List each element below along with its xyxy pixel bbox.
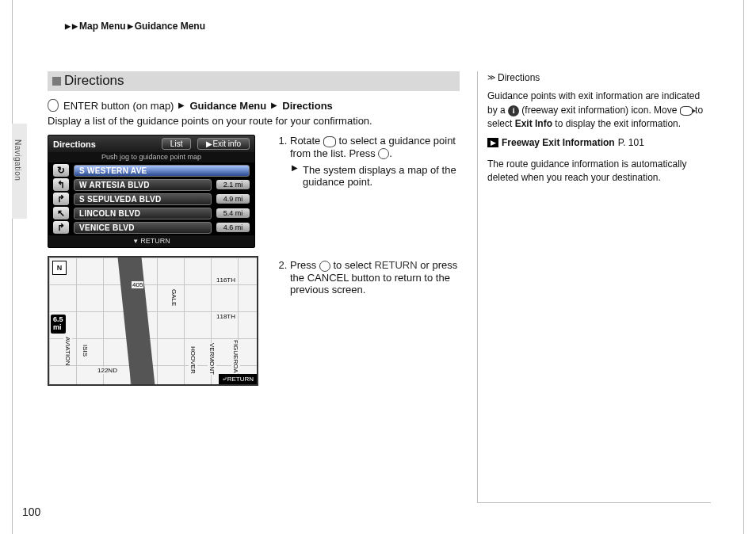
map-label: 116TH: [216, 277, 236, 284]
map-label: 122ND: [97, 367, 118, 374]
list-item[interactable]: ↱VENICE BLVD4.6 mi: [53, 221, 250, 234]
step-1: Rotate to select a guidance point from t…: [290, 135, 460, 188]
press-icon: [319, 261, 330, 272]
tri-icon: ▶: [292, 164, 298, 188]
ss-return[interactable]: RETURN: [48, 235, 254, 247]
enter-icon: [48, 99, 59, 112]
info-icon: i: [508, 105, 519, 116]
map-screenshot: N 6.5mi 116TH 118TH 122ND 405 ISIS AVIAT…: [48, 256, 258, 386]
map-label: 118TH: [216, 313, 236, 320]
list-item-distance: 5.4 mi: [216, 208, 250, 218]
list-item-distance: 4.6 mi: [216, 223, 250, 232]
list-item[interactable]: ↖LINCOLN BLVD5.4 mi: [53, 207, 250, 219]
sidebar-p1: Guidance points with exit information ar…: [487, 90, 711, 131]
map-distance: 6.5mi: [51, 315, 66, 334]
side-tab: Navigation: [12, 124, 27, 219]
ref-page: P. 101: [618, 136, 644, 150]
map-label: VERMONT: [208, 343, 216, 375]
map-hwy-label: 405: [132, 281, 143, 288]
turn-arrow-icon: ↻: [53, 164, 69, 177]
sidebar-title: Directions: [498, 71, 540, 85]
page-number: 100: [22, 505, 40, 518]
ss-exit-button[interactable]: ▶Exit info: [197, 138, 250, 150]
sidebar-column: ≫ Directions Guidance points with exit i…: [477, 71, 711, 503]
breadcrumb-l2: Guidance Menu: [135, 21, 205, 32]
press-icon: [378, 148, 389, 159]
sidebar-ref: ▶ Freeway Exit Information P. 101: [487, 136, 711, 150]
ref-label: Freeway Exit Information: [502, 136, 615, 150]
sidebar-p2: The route guidance information is automa…: [487, 158, 711, 185]
map-label: AVIATION: [63, 337, 72, 365]
path-guidance: Guidance Menu: [189, 100, 266, 112]
path-enter: ENTER button (on map): [63, 100, 174, 112]
step-1-sub: The system displays a map of the guidanc…: [303, 164, 460, 188]
rotate-icon: [323, 136, 336, 147]
list-item-name: S WESTERN AVE: [74, 165, 250, 177]
list-item[interactable]: ↱S SEPULVEDA BLVD4.9 mi: [53, 193, 250, 205]
list-item[interactable]: ↻S WESTERN AVE: [53, 164, 250, 177]
turn-arrow-icon: ↰: [53, 178, 69, 191]
ref-icon: ▶: [487, 138, 498, 147]
tri-icon: ▶: [128, 23, 133, 30]
breadcrumb-l1: Map Menu: [79, 21, 126, 32]
move-right-icon: [680, 106, 693, 116]
turn-arrow-icon: ↱: [53, 193, 69, 205]
compass-icon: N: [52, 261, 67, 275]
ss-list-button[interactable]: List: [162, 138, 192, 150]
tri-icon: ▶: [65, 23, 71, 30]
steps: Rotate to select a guidance point from t…: [271, 135, 460, 386]
list-item-name: LINCOLN BLVD: [74, 208, 212, 219]
side-tab-label: Navigation: [13, 139, 22, 181]
section-desc: Display a list of the guidance points on…: [48, 115, 460, 127]
double-tri-icon: ≫: [487, 72, 492, 84]
turn-arrow-icon: ↖: [53, 207, 69, 219]
list-item-name: VENICE BLVD: [74, 222, 212, 234]
map-label: HOOVER: [189, 346, 197, 374]
map-label: FIGUEROA: [231, 340, 240, 373]
list-item-name: W ARTESIA BLVD: [74, 179, 212, 191]
step-2: Press to select RETURN or press the CANC…: [290, 259, 460, 296]
map-label: GALE: [170, 289, 178, 306]
section-title: Directions: [64, 73, 124, 89]
turn-arrow-icon: ↱: [53, 221, 69, 234]
tri-icon: ▶: [72, 23, 78, 30]
list-item-distance: 2.1 mi: [216, 180, 250, 189]
path-directions: Directions: [282, 100, 333, 112]
tri-icon: ▶: [178, 101, 185, 109]
map-return[interactable]: ⤶RETURN: [219, 374, 257, 384]
ss-subline: Push jog to guidance point map: [48, 152, 254, 162]
directions-screenshot: Directions List ▶Exit info Push jog to g…: [48, 135, 255, 248]
list-item-name: S SEPULVEDA BLVD: [74, 193, 212, 205]
nav-path: ENTER button (on map) ▶ Guidance Menu ▶ …: [48, 99, 460, 112]
square-icon: [52, 77, 61, 86]
section-header: Directions: [48, 71, 460, 91]
sidebar-header: ≫ Directions: [487, 71, 711, 85]
ss-title: Directions: [53, 139, 96, 149]
list-item-distance: 4.9 mi: [216, 194, 250, 204]
tri-icon: ▶: [271, 101, 277, 109]
breadcrumb: ▶ ▶ Map Menu ▶ Guidance Menu: [65, 21, 205, 32]
list-item[interactable]: ↰W ARTESIA BLVD2.1 mi: [53, 178, 250, 191]
map-label: ISIS: [81, 345, 90, 357]
